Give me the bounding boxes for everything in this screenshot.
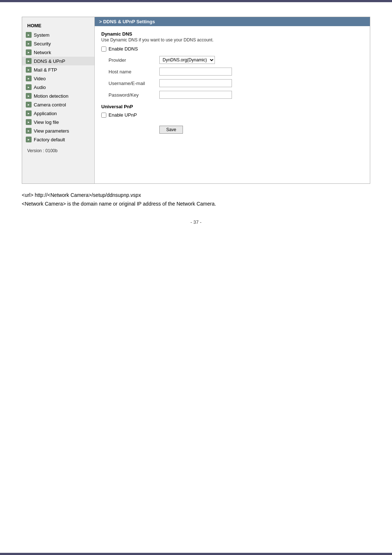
username-input[interactable] bbox=[159, 79, 232, 87]
sidebar-item-mail-ftp[interactable]: Mail & FTP bbox=[22, 65, 94, 74]
provider-select[interactable]: DynDNS.org(Dynamic) DynDNS.org(Static) T… bbox=[159, 56, 215, 64]
footer-url: <url> http://<Network Camera>/setup/ddns… bbox=[22, 191, 370, 200]
content-area: > DDNS & UPnP Settings Dynamic DNS Use D… bbox=[95, 17, 370, 183]
mail-arrow-icon bbox=[26, 67, 32, 73]
footer-description: <Network Camera> is the domain name or o… bbox=[22, 200, 370, 208]
footer-text: <url> http://<Network Camera>/setup/ddns… bbox=[22, 191, 370, 208]
ddns-arrow-icon bbox=[26, 58, 32, 64]
sidebar-version: Version : 0100b bbox=[22, 144, 94, 158]
sidebar-label-mail-ftp: Mail & FTP bbox=[34, 67, 57, 73]
sidebar-label-network: Network bbox=[34, 50, 51, 55]
enable-upnp-label[interactable]: Enable UPnP bbox=[109, 112, 137, 118]
sidebar-item-motion-detection[interactable]: Motion detection bbox=[22, 92, 94, 100]
enable-ddns-label[interactable]: Enable DDNS bbox=[109, 46, 138, 52]
sidebar-label-view-parameters: View parameters bbox=[34, 128, 69, 134]
sidebar-item-factory-default[interactable]: Factory default bbox=[22, 135, 94, 144]
password-row: Password/Key bbox=[101, 91, 363, 99]
save-button-container: Save bbox=[101, 122, 363, 134]
camera-arrow-icon bbox=[26, 102, 32, 108]
content-header: > DDNS & UPnP Settings bbox=[95, 17, 370, 26]
sidebar-item-video[interactable]: Video bbox=[22, 74, 94, 83]
motion-arrow-icon bbox=[26, 93, 32, 99]
username-row: Username/E-mail bbox=[101, 79, 363, 87]
network-arrow-icon bbox=[26, 49, 32, 55]
enable-ddns-checkbox[interactable] bbox=[101, 46, 106, 52]
sidebar-label-video: Video bbox=[34, 76, 46, 81]
sidebar-item-view-log-file[interactable]: View log file bbox=[22, 118, 94, 126]
enable-ddns-row: Enable DDNS bbox=[101, 46, 363, 52]
host-name-input[interactable] bbox=[159, 68, 232, 76]
save-button[interactable]: Save bbox=[159, 126, 183, 134]
sidebar-label-ddns-upnp: DDNS & UPnP bbox=[34, 58, 65, 64]
video-arrow-icon bbox=[26, 76, 32, 81]
enable-upnp-row: Enable UPnP bbox=[101, 112, 363, 118]
enable-upnp-checkbox[interactable] bbox=[101, 113, 106, 118]
dynamic-dns-title: Dynamic DNS bbox=[101, 31, 363, 37]
sidebar-label-security: Security bbox=[34, 41, 51, 46]
page-number: - 37 - bbox=[22, 219, 370, 225]
main-panel: HOME System Security Network DDNS & UPnP… bbox=[22, 17, 370, 184]
sidebar: HOME System Security Network DDNS & UPnP… bbox=[22, 17, 95, 183]
sidebar-item-application[interactable]: Application bbox=[22, 109, 94, 118]
sidebar-label-audio: Audio bbox=[34, 85, 46, 90]
sidebar-label-view-log-file: View log file bbox=[34, 119, 59, 125]
sidebar-item-audio[interactable]: Audio bbox=[22, 83, 94, 92]
username-label: Username/E-mail bbox=[101, 81, 159, 86]
sidebar-item-system[interactable]: System bbox=[22, 31, 94, 39]
sidebar-label-camera-control: Camera control bbox=[34, 102, 66, 108]
sidebar-item-ddns-upnp[interactable]: DDNS & UPnP bbox=[22, 57, 94, 65]
content-body: Dynamic DNS Use Dynamic DNS if you want … bbox=[95, 26, 370, 139]
page-content: HOME System Security Network DDNS & UPnP… bbox=[0, 2, 392, 553]
sidebar-item-security[interactable]: Security bbox=[22, 39, 94, 48]
sidebar-item-view-parameters[interactable]: View parameters bbox=[22, 126, 94, 135]
sidebar-label-system: System bbox=[34, 32, 49, 38]
audio-arrow-icon bbox=[26, 84, 32, 90]
logfile-arrow-icon bbox=[26, 119, 32, 125]
provider-row: Provider DynDNS.org(Dynamic) DynDNS.org(… bbox=[101, 56, 363, 64]
sidebar-label-application: Application bbox=[34, 111, 57, 116]
security-arrow-icon bbox=[26, 41, 32, 46]
provider-label: Provider bbox=[101, 57, 159, 63]
sidebar-label-motion-detection: Motion detection bbox=[34, 93, 68, 99]
dynamic-dns-subtitle: Use Dynamic DNS if you want to use your … bbox=[101, 37, 363, 42]
password-label: Password/Key bbox=[101, 92, 159, 98]
factory-arrow-icon bbox=[26, 137, 32, 142]
password-input[interactable] bbox=[159, 91, 232, 99]
sidebar-item-network[interactable]: Network bbox=[22, 48, 94, 57]
sidebar-home[interactable]: HOME bbox=[22, 21, 94, 31]
system-arrow-icon bbox=[26, 32, 32, 38]
universal-pnp-title: Universal PnP bbox=[101, 104, 363, 109]
params-arrow-icon bbox=[26, 128, 32, 134]
sidebar-item-camera-control[interactable]: Camera control bbox=[22, 100, 94, 109]
application-arrow-icon bbox=[26, 110, 32, 116]
sidebar-label-factory-default: Factory default bbox=[34, 137, 65, 142]
host-name-row: Host name bbox=[101, 68, 363, 76]
bottom-border bbox=[0, 553, 392, 555]
host-name-label: Host name bbox=[101, 69, 159, 74]
